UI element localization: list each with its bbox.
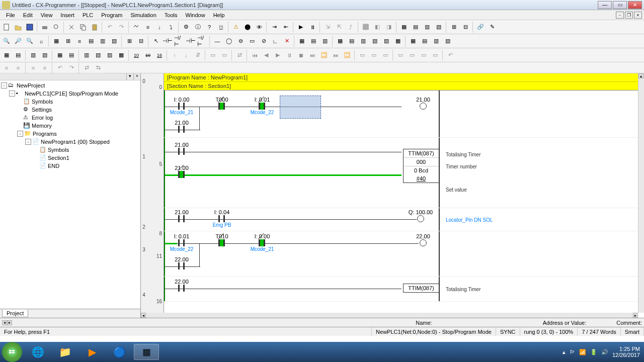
open-button[interactable] <box>13 22 24 33</box>
window-tile-button[interactable]: ▦ <box>398 22 410 33</box>
tb3-d3[interactable]: ⇵ <box>192 50 203 61</box>
tb4-2[interactable]: ≡ <box>13 62 24 73</box>
save-button[interactable] <box>24 22 35 33</box>
print-button[interactable] <box>39 22 50 33</box>
tree-root[interactable]: NewProject <box>17 82 45 88</box>
coil-button[interactable]: ⊖ <box>235 36 246 47</box>
select-button[interactable]: ↖ <box>150 36 162 47</box>
tb-b6[interactable]: ▩ <box>392 36 404 47</box>
scroll-left-button[interactable]: ◂ <box>141 313 146 318</box>
windows-taskbar[interactable]: 🌐 📁 ▶ 🔵 ▦ ▴ 🏳 📶 🔋 🔊 1:25 PM 12/26/2017 <box>0 342 644 362</box>
tb-b1[interactable]: ▦ <box>335 36 346 47</box>
function-block[interactable]: TTIM(087) 000 0 Bcd #40 <box>403 149 439 183</box>
window-cascade-button[interactable]: ▤ <box>410 22 421 33</box>
view2-button[interactable]: ⊟ <box>460 22 471 33</box>
tb4-8[interactable]: ⇆ <box>93 62 104 73</box>
tree-section1[interactable]: Section1 <box>48 155 69 161</box>
tree-errorlog[interactable]: Error log <box>32 115 53 121</box>
panel-dropdown[interactable]: ▾ <box>126 73 133 80</box>
display-16[interactable]: 16 <box>154 50 165 61</box>
fb-button[interactable]: ▭ <box>247 36 258 47</box>
hline-button[interactable]: — <box>212 36 223 47</box>
transfer-from-button[interactable]: ⇤ <box>280 22 291 33</box>
window-h-button[interactable]: ▥ <box>422 22 433 33</box>
menu-simulation[interactable]: Simulation <box>126 11 160 19</box>
line-button[interactable]: ∟ <box>270 36 281 47</box>
tb3-g2[interactable]: ▭ <box>407 50 418 61</box>
mdi-close[interactable]: × <box>634 12 642 19</box>
monitor-button[interactable]: 👁 <box>254 22 265 33</box>
ladder-rung-1[interactable]: 21.00 21.00 TTIM(087) 000 0 Bcd #40 Tota… <box>164 138 638 208</box>
tb-b2[interactable]: ▤ <box>346 36 357 47</box>
tb3-9[interactable]: ▨ <box>104 50 115 61</box>
tb4-4[interactable]: ≡ <box>39 62 50 73</box>
ladder-rung-0[interactable]: I: 0.00 Mcode_21 T000 I: 0.01 Mcode_22 <box>164 90 638 138</box>
find-button[interactable] <box>131 22 142 33</box>
contact-or-button[interactable]: ⊣⊢ <box>185 36 196 47</box>
system-tray[interactable]: ▴ 🏳 📶 🔋 🔊 1:25 PM 12/26/2017 <box>558 346 644 358</box>
function-block[interactable]: TTIM(087) <box>403 284 439 293</box>
undo-button[interactable]: ↶ <box>104 22 115 33</box>
display-10[interactable]: 10 <box>131 50 142 61</box>
tb3-d2[interactable]: ↓ <box>181 50 192 61</box>
mdi-minimize[interactable]: - <box>616 12 624 19</box>
info-button[interactable]: ⓘ <box>192 22 203 33</box>
nav-prev-button[interactable]: ◂ <box>2 320 7 325</box>
close-button[interactable]: ✕ <box>628 1 642 9</box>
view-output-button[interactable]: ▦ <box>51 36 62 47</box>
contact-ornc-button[interactable]: ⊣/⊢ <box>197 36 208 47</box>
menu-window[interactable]: Window <box>182 11 209 19</box>
tb-c3[interactable]: ▥ <box>431 36 442 47</box>
tb-b5[interactable]: ▨ <box>381 36 392 47</box>
paste-button[interactable] <box>89 22 100 33</box>
grid2-button[interactable]: ⊟ <box>135 36 146 47</box>
tb4-1[interactable]: ≡ <box>1 62 12 73</box>
step-in-button[interactable]: ⇲ <box>322 22 333 33</box>
online-button[interactable]: ⬤ <box>242 22 253 33</box>
xref-button[interactable]: ⤵ <box>166 22 177 33</box>
horizontal-scrollbar[interactable]: ◂ ▸ <box>141 313 638 318</box>
tb-c2[interactable]: ▤ <box>419 36 430 47</box>
link1-button[interactable]: 🔗 <box>475 22 486 33</box>
transfer-to-button[interactable]: ⇥ <box>269 22 280 33</box>
copy-button[interactable] <box>77 22 89 33</box>
contact-nc-button[interactable]: ⊣/⊢ <box>174 36 185 47</box>
tree-end[interactable]: END <box>48 163 59 169</box>
link2-button[interactable]: ✎ <box>487 22 498 33</box>
tb3-6[interactable]: ▤ <box>66 50 77 61</box>
vertical-scrollbar[interactable]: ▴ <box>638 73 644 313</box>
tb3-g4[interactable]: ▭ <box>430 50 441 61</box>
tb3-f3[interactable]: ▭ <box>380 50 391 61</box>
break2-button[interactable]: ◧ <box>372 22 383 33</box>
tb-a3[interactable]: ▥ <box>319 36 331 47</box>
pause-button[interactable]: ⏸ <box>307 22 318 33</box>
play-next[interactable]: ⏭ <box>307 50 318 61</box>
tree-program[interactable]: NewProgram1 (00) Stopped <box>41 139 110 145</box>
tb4-5[interactable]: ↶ <box>54 62 65 73</box>
new-button[interactable] <box>1 22 12 33</box>
tb3-g3[interactable]: ▭ <box>418 50 429 61</box>
vline-button[interactable]: ◯ <box>223 36 234 47</box>
menu-file[interactable]: File <box>2 11 19 19</box>
step-over-button[interactable]: ⇱ <box>334 22 345 33</box>
menu-plc[interactable]: PLC <box>78 11 97 19</box>
project-tree[interactable]: -🗂NewProject -▪NewPLC1[CP1E] Stop/Progra… <box>0 80 140 309</box>
tb4-7[interactable]: ⇄ <box>81 62 92 73</box>
help-button[interactable]: ? <box>204 22 215 33</box>
menu-help[interactable]: Help <box>209 11 229 19</box>
tree-plc[interactable]: NewPLC1[CP1E] Stop/Program Mode <box>25 90 118 97</box>
tray-battery-icon[interactable]: 🔋 <box>590 349 597 355</box>
tb4-6[interactable]: ↷ <box>66 62 77 73</box>
tb3-4[interactable]: ▧ <box>39 50 50 61</box>
delete-button[interactable]: ✕ <box>281 36 292 47</box>
expand-icon[interactable]: - <box>17 131 23 137</box>
not-button[interactable]: ⊘ <box>258 36 269 47</box>
cut-button[interactable] <box>66 22 77 33</box>
warning-button[interactable]: ⚠ <box>230 22 242 33</box>
play-stop[interactable]: ⏹ <box>295 50 306 61</box>
taskbar-chrome[interactable]: 🔵 <box>107 344 132 360</box>
tb3-2[interactable]: ▤ <box>13 50 24 61</box>
panel-close[interactable]: × <box>133 73 140 80</box>
grid1-button[interactable]: ⊞ <box>124 36 135 47</box>
tray-network-icon[interactable]: 📶 <box>579 349 586 355</box>
